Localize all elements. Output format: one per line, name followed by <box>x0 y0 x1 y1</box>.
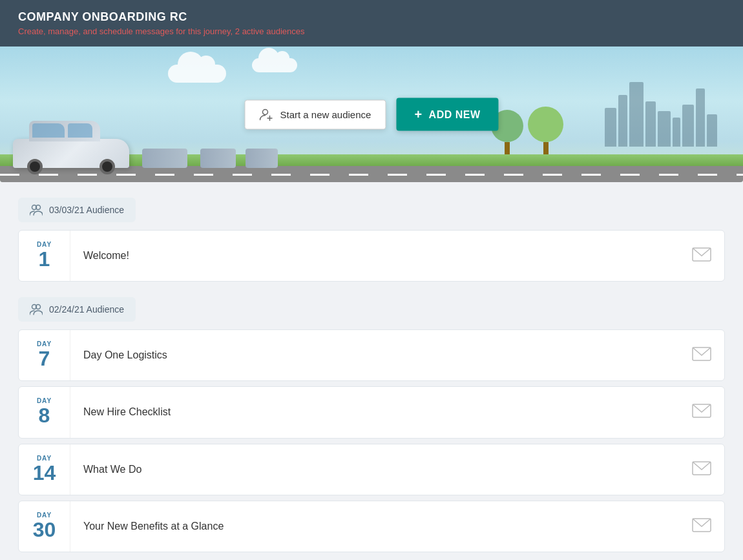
day-number: 30 <box>33 519 56 541</box>
envelope-icon <box>692 347 711 361</box>
envelope-icon <box>692 247 711 262</box>
wheel-front <box>99 159 115 174</box>
card-action-1-3[interactable] <box>679 508 724 545</box>
day-number: 8 <box>39 404 50 427</box>
card-title-1-0: Day One Logistics <box>70 339 679 371</box>
new-audience-button[interactable]: Start a new audience <box>244 99 386 129</box>
cloud-decoration-2 <box>252 58 297 72</box>
audience-label-text-0: 03/03/21 Audience <box>49 205 124 215</box>
add-new-button[interactable]: + ADD NEW <box>396 98 498 131</box>
audience-label-text-1: 02/24/21 Audience <box>49 304 124 315</box>
new-audience-label: Start a new audience <box>280 109 371 120</box>
hero-banner: Start a new audience + ADD NEW <box>0 47 743 182</box>
audience-label-1[interactable]: 02/24/21 Audience <box>18 297 136 322</box>
subtitle-highlight: 2 active audiences <box>233 26 304 36</box>
day-info-1-1: DAY 8 <box>19 387 70 437</box>
envelope-icon <box>692 461 711 475</box>
subtitle-text: Create, manage, and schedule messages fo… <box>18 26 233 36</box>
day-info-1-2: DAY 14 <box>19 444 70 495</box>
car-illustration <box>13 139 129 168</box>
day-number: 14 <box>33 462 56 484</box>
day-card-1-0[interactable]: DAY 7 Day One Logistics <box>18 329 725 381</box>
audience-person-icon <box>30 204 43 216</box>
day-number: 1 <box>39 248 50 271</box>
card-action-1-1[interactable] <box>679 393 724 431</box>
car-window-1 <box>32 123 65 138</box>
cloud-decoration-1 <box>168 65 226 83</box>
card-title-1-2: What We Do <box>70 453 679 486</box>
svg-point-0 <box>262 109 267 114</box>
wheel-back <box>27 159 43 174</box>
envelope-icon <box>692 518 711 532</box>
bus-1 <box>142 149 187 168</box>
hero-controls: Start a new audience + ADD NEW <box>244 98 498 131</box>
audience-group-1: 02/24/21 Audience DAY 7 Day One Logistic… <box>18 297 725 552</box>
day-info-1-0: DAY 7 <box>19 330 70 380</box>
bus-2 <box>200 149 236 168</box>
card-action-1-2[interactable] <box>679 451 724 488</box>
day-info-0-0: DAY 1 <box>19 231 70 281</box>
card-action-0-0[interactable] <box>679 237 724 275</box>
card-title-1-3: Your New Benefits at a Glance <box>70 510 679 543</box>
car-window-2 <box>68 123 92 138</box>
envelope-icon <box>692 404 711 418</box>
bus-body-1 <box>142 149 187 168</box>
day-info-1-3: DAY 30 <box>19 501 70 552</box>
audience-person-icon <box>30 304 43 315</box>
day-card-1-3[interactable]: DAY 30 Your New Benefits at a Glance <box>18 501 725 552</box>
page-subtitle: Create, manage, and schedule messages fo… <box>18 26 725 36</box>
car-body <box>13 139 129 168</box>
road-line <box>0 174 743 176</box>
page-title: COMPANY ONBOARDING RC <box>18 10 725 24</box>
bus-body-2 <box>200 149 236 168</box>
card-title-0-0: Welcome! <box>70 240 679 272</box>
app-header: COMPANY ONBOARDING RC Create, manage, an… <box>0 0 743 47</box>
add-new-label: ADD NEW <box>429 109 481 120</box>
day-card-0-0[interactable]: DAY 1 Welcome! <box>18 230 725 282</box>
main-content: 03/03/21 Audience DAY 1 Welcome! 02/24/2… <box>0 182 743 560</box>
audience-group-0: 03/03/21 Audience DAY 1 Welcome! <box>18 198 725 282</box>
bus-3 <box>246 149 278 168</box>
day-card-1-1[interactable]: DAY 8 New Hire Checklist <box>18 386 725 438</box>
card-title-1-1: New Hire Checklist <box>70 396 679 428</box>
audience-label-0[interactable]: 03/03/21 Audience <box>18 198 136 222</box>
audiences-container: 03/03/21 Audience DAY 1 Welcome! 02/24/2… <box>18 182 725 552</box>
person-add-icon <box>259 108 273 121</box>
plus-symbol: + <box>414 107 422 122</box>
card-action-1-0[interactable] <box>679 337 724 374</box>
bus-body-3 <box>246 149 278 168</box>
day-card-1-2[interactable]: DAY 14 What We Do <box>18 444 725 495</box>
day-number: 7 <box>39 347 50 370</box>
day-label-text: DAY <box>37 455 52 462</box>
